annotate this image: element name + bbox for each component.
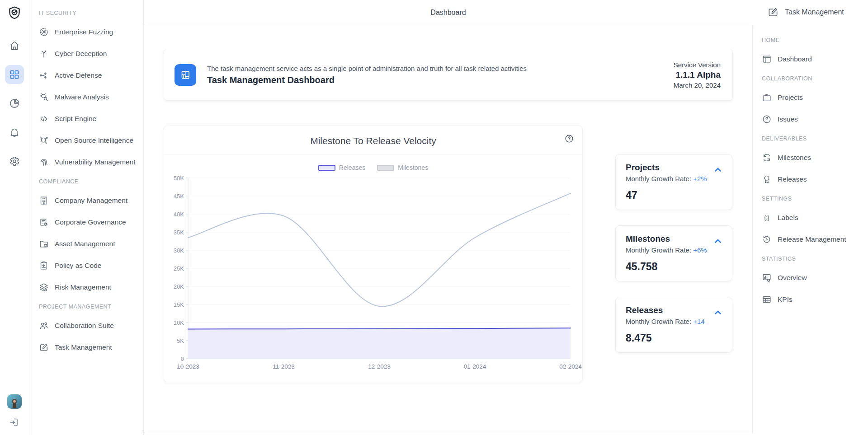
sidebar-item-asset-management[interactable]: Asset Management	[39, 239, 139, 249]
sidebar-item-malware-analysis[interactable]: Malware Analysis	[39, 92, 139, 103]
legend-item-releases[interactable]: Releases	[318, 164, 365, 171]
sidebar-item-releases[interactable]: Releases	[762, 174, 864, 185]
releases-area	[188, 328, 571, 359]
rail-apps-icon[interactable]	[5, 65, 24, 84]
section-header: STATISTICS	[762, 256, 864, 262]
chevron-up-icon[interactable]	[712, 307, 723, 318]
sidebar-item-enterprise-fuzzing[interactable]: Enterprise Fuzzing	[39, 27, 139, 37]
rail-home-icon[interactable]	[5, 36, 24, 55]
award-icon	[762, 174, 772, 184]
main-panel: The task management service acts as a si…	[144, 25, 753, 433]
growth-value: +14	[693, 318, 704, 325]
sidebar-item-milestones[interactable]: Milestones	[762, 152, 864, 163]
help-circle-icon	[762, 114, 772, 124]
layers-icon	[39, 282, 49, 292]
section-header: HOME	[762, 37, 864, 43]
sidebar-item-label: Company Management	[55, 196, 127, 205]
service-version-label: Service Version	[674, 61, 721, 69]
stat-card-growth: Monthly Growth Rate: +6%	[626, 246, 723, 254]
briefcase-icon	[762, 93, 772, 103]
building-icon	[39, 196, 49, 206]
task-edit-icon	[767, 6, 779, 18]
sidebar-item-risk-management[interactable]: Risk Management	[39, 282, 139, 293]
sidebar-item-label: Projects	[778, 94, 803, 102]
sidebar-item-kpis[interactable]: KPIs	[762, 294, 864, 305]
sidebar-item-label: Release Management	[778, 235, 846, 243]
stat-card-releases: ReleasesMonthly Growth Rate: +148.475	[615, 297, 732, 353]
rail-bell-icon[interactable]	[5, 123, 24, 142]
legend-swatch	[318, 165, 335, 171]
sidebar-item-label: Releases	[778, 175, 807, 183]
clipboard-icon	[39, 261, 49, 271]
doc-gear-icon	[39, 217, 49, 227]
legend-item-milestones[interactable]: Milestones	[377, 164, 428, 171]
legend-swatch	[377, 165, 394, 171]
chart-card: Milestone To Release Velocity ReleasesMi…	[164, 126, 583, 382]
sidebar-item-cyber-deception[interactable]: Cyber Deception	[39, 48, 139, 59]
sidebar-item-active-defense[interactable]: Active Defense	[39, 70, 139, 81]
sidebar-item-label: Corporate Governance	[55, 218, 126, 226]
window-icon	[762, 54, 772, 64]
y-axis-tick-label: 20K	[174, 283, 184, 290]
sidebar-item-label: Active Defense	[55, 71, 102, 80]
task-edit-icon	[39, 342, 49, 352]
banner-title: Task Management Dashboard	[207, 75, 527, 85]
banner-description: The task management service acts as a si…	[207, 65, 527, 72]
sidebar-item-vulnerability-management[interactable]: Vulnerability Management	[39, 157, 139, 168]
nav-section-it-security: IT SECURITYEnterprise FuzzingCyber Decep…	[39, 10, 139, 168]
topbar: Dashboard	[144, 0, 753, 25]
y-axis-tick-label: 45K	[174, 193, 184, 200]
sidebar-item-policy-as-code[interactable]: Policy as Code	[39, 260, 139, 271]
page-title: Dashboard	[430, 9, 466, 17]
sidebar-item-task-management[interactable]: Task Management	[39, 342, 139, 353]
dashboard-layout-icon	[175, 64, 196, 86]
sidebar-item-labels[interactable]: {;}Labels	[762, 212, 864, 223]
rail-gear-icon[interactable]	[5, 152, 24, 171]
sidebar-item-label: Policy as Code	[55, 262, 101, 270]
sidebar-item-release-management[interactable]: Release Management	[762, 234, 864, 245]
sign-in-icon[interactable]	[9, 417, 20, 429]
sidebar-item-overview[interactable]: Overview	[762, 272, 864, 283]
right-sidebar: Task Management HOMEDashboardCOLLABORATI…	[753, 0, 868, 435]
right-sidebar-title: Task Management	[785, 8, 844, 16]
sync-icon	[762, 153, 772, 163]
sidebar-item-open-source-intelligence[interactable]: Open Source Intelligence	[39, 135, 139, 146]
chart-legend: ReleasesMilestones	[164, 164, 582, 171]
nav-section-home: HOMEDashboard	[762, 37, 864, 65]
sidebar-item-label: Vulnerability Management	[55, 158, 136, 166]
chevron-up-icon[interactable]	[712, 164, 723, 175]
stat-card-value: 45.758	[626, 261, 723, 273]
svg-text:{;}: {;}	[764, 214, 770, 221]
sidebar-item-company-management[interactable]: Company Management	[39, 195, 139, 206]
sidebar-item-label: Malware Analysis	[55, 93, 109, 101]
section-header: COLLABORATION	[762, 75, 864, 82]
y-axis-tick-label: 5K	[177, 337, 184, 344]
section-header: PROJECT MANAGEMENT	[39, 304, 139, 310]
sidebar-item-label: Dashboard	[778, 55, 812, 63]
nav-section-compliance: COMPLIANCECompany ManagementCorporate Go…	[39, 178, 139, 293]
left-sidebar: IT SECURITYEnterprise FuzzingCyber Decep…	[29, 0, 144, 435]
sidebar-item-label: Risk Management	[55, 283, 111, 291]
sidebar-item-script-engine[interactable]: Script Engine	[39, 113, 139, 124]
sidebar-item-projects[interactable]: Projects	[762, 92, 864, 103]
user-avatar[interactable]	[7, 394, 22, 409]
sidebar-item-corporate-governance[interactable]: Corporate Governance	[39, 217, 139, 228]
growth-value: +2%	[693, 175, 707, 182]
sidebar-item-issues[interactable]: Issues	[762, 114, 864, 125]
chevron-up-icon[interactable]	[712, 236, 723, 247]
sidebar-item-dashboard[interactable]: Dashboard	[762, 54, 864, 65]
branch-icon	[39, 49, 49, 59]
route-icon	[39, 70, 49, 80]
target-icon	[39, 27, 49, 37]
x-axis-tick-label: 02-2024	[559, 363, 582, 370]
braces-icon: {;}	[762, 213, 772, 223]
sidebar-item-label: Labels	[778, 214, 798, 222]
stat-card-title: Milestones	[626, 234, 723, 244]
rail-pie-icon[interactable]	[5, 94, 24, 113]
stat-cards-column: ProjectsMonthly Growth Rate: +2%47Milest…	[615, 126, 732, 382]
sidebar-item-label: KPIs	[778, 295, 793, 304]
help-icon[interactable]	[564, 134, 574, 144]
sidebar-item-collaboration-suite[interactable]: Collaboration Suite	[39, 320, 139, 331]
stat-card-milestones: MilestonesMonthly Growth Rate: +6%45.758	[615, 225, 732, 281]
center-column: Dashboard The task management service ac…	[144, 0, 753, 435]
